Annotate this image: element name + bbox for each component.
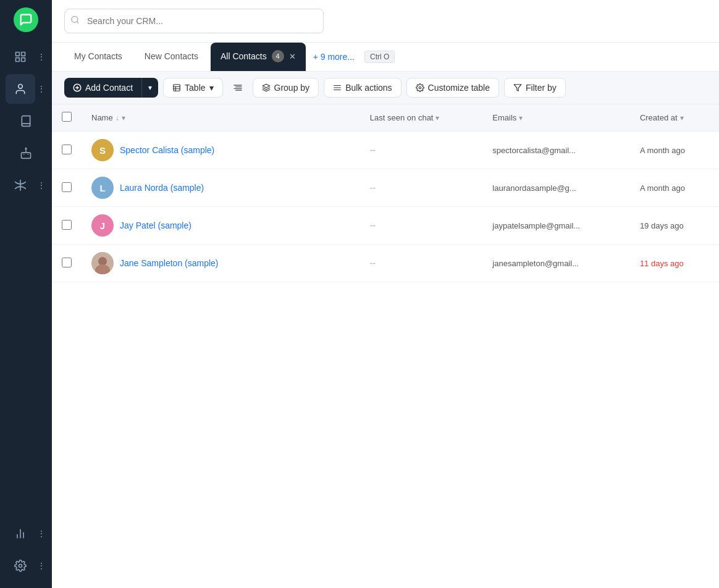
table-view-button[interactable]: Table ▾ — [163, 78, 222, 98]
contact-name[interactable]: Spector Calista (sample) — [120, 145, 214, 155]
add-contact-button-group: Add Contact ▾ — [64, 78, 158, 98]
created-at-value: 19 days ago — [640, 221, 684, 230]
svg-point-11 — [19, 565, 22, 568]
last-seen-value: -- — [370, 183, 376, 193]
created-at-value: A month ago — [640, 146, 685, 155]
more-action-btn[interactable]: ⋮ — [261, 255, 275, 271]
filter-by-button[interactable]: Filter by — [504, 78, 566, 98]
search-wrapper — [64, 9, 324, 33]
sidebar-dots-chart[interactable]: ⋮ — [36, 529, 46, 539]
tab-my-contacts[interactable]: My Contacts — [64, 44, 132, 70]
svg-point-29 — [419, 86, 421, 89]
tab-close-icon[interactable]: ✕ — [289, 52, 296, 61]
sidebar-group-settings: ⋮ — [0, 551, 52, 581]
sidebar-item-megaphone[interactable] — [6, 170, 35, 200]
last-seen-column-header[interactable]: Last seen on chat ▾ — [360, 104, 482, 132]
sort-icon-button[interactable] — [228, 78, 248, 98]
sidebar-item-settings[interactable] — [6, 551, 35, 581]
last-seen-cell: -- — [360, 245, 482, 282]
sidebar-group-bot — [0, 138, 52, 168]
note-action-btn[interactable] — [238, 142, 253, 158]
svg-marker-25 — [263, 84, 270, 88]
email-value: jaypatelsample@gmail... — [492, 221, 580, 230]
sidebar-dots-dashboard[interactable]: ⋮ — [36, 52, 46, 62]
name-sort-icon: ↓ — [116, 114, 119, 122]
sidebar-item-dashboard[interactable] — [6, 42, 35, 72]
contact-name[interactable]: Jay Patel (sample) — [120, 220, 191, 230]
filter-by-label: Filter by — [526, 83, 557, 93]
add-contact-dropdown-button[interactable]: ▾ — [142, 78, 158, 98]
bulk-actions-button[interactable]: Bulk actions — [324, 78, 401, 98]
avatar: L — [91, 177, 114, 199]
task-action-btn[interactable] — [198, 217, 212, 233]
name-cell: S Spector Calista (sample) ⋮ — [82, 132, 360, 169]
customize-table-button[interactable]: Customize table — [406, 78, 499, 98]
search-input[interactable] — [64, 9, 324, 33]
customize-table-label: Customize table — [428, 83, 490, 93]
task-action-btn[interactable] — [225, 255, 239, 271]
sidebar-item-book[interactable] — [11, 106, 41, 136]
bulk-actions-label: Bulk actions — [345, 83, 392, 93]
emails-sort-icon: ▾ — [519, 114, 523, 122]
sidebar-group-chart: ⋮ — [0, 519, 52, 548]
emails-column-header[interactable]: Emails ▾ — [482, 104, 630, 132]
note-action-btn[interactable] — [243, 255, 257, 271]
sidebar-item-contacts[interactable] — [6, 74, 35, 104]
row-checkbox-cell — [52, 207, 82, 245]
contacts-table: Name ↓ ▾ Last seen on chat ▾ Email — [52, 104, 719, 282]
task-action-btn[interactable] — [221, 142, 235, 158]
created-sort-icon: ▾ — [680, 114, 684, 122]
more-action-btn[interactable]: ⋮ — [246, 180, 260, 196]
table-row: L Laura Norda (sample) ⋮ -- lauranordasa… — [52, 169, 719, 207]
last-seen-cell: -- — [360, 207, 482, 245]
created-at-cell: A month ago — [630, 169, 719, 207]
tab-all-contacts-badge: 4 — [272, 50, 284, 62]
row-checkbox[interactable] — [62, 258, 72, 267]
more-action-btn[interactable]: ⋮ — [233, 217, 248, 233]
tab-more[interactable]: + 9 more... — [308, 44, 360, 69]
note-action-btn[interactable] — [228, 180, 242, 196]
sidebar-item-chart[interactable] — [6, 519, 35, 548]
name-cell: J Jay Patel (sample) ⋮ — [82, 207, 360, 245]
name-filter-icon[interactable]: ▾ — [122, 114, 125, 122]
last-seen-value: -- — [370, 145, 376, 155]
email-cell: jaypatelsample@gmail... — [482, 207, 630, 245]
svg-rect-0 — [16, 52, 20, 56]
created-at-cell: 11 days ago — [630, 245, 719, 282]
sidebar: ⋮ ⋮ ⋮ — [0, 0, 52, 588]
contact-name[interactable]: Jane Sampleton (sample) — [120, 258, 219, 268]
last-seen-value: -- — [370, 258, 376, 268]
sidebar-dots-megaphone[interactable]: ⋮ — [36, 180, 46, 190]
select-all-checkbox[interactable] — [62, 112, 72, 122]
svg-rect-3 — [22, 58, 25, 62]
last-seen-cell: -- — [360, 132, 482, 169]
tab-all-contacts[interactable]: All Contacts 4 ✕ — [211, 43, 306, 71]
row-checkbox[interactable] — [62, 182, 72, 192]
row-checkbox-cell — [52, 245, 82, 282]
add-contact-button[interactable]: Add Contact — [64, 78, 141, 98]
row-checkbox[interactable] — [62, 145, 72, 154]
name-column-header[interactable]: Name ↓ ▾ — [82, 104, 360, 132]
sidebar-item-bot[interactable] — [11, 138, 41, 168]
last-seen-cell: -- — [360, 169, 482, 207]
created-at-column-header[interactable]: Created at ▾ — [630, 104, 719, 132]
svg-rect-17 — [174, 85, 180, 91]
note-action-btn[interactable] — [216, 217, 230, 233]
last-seen-sort-icon: ▾ — [435, 114, 439, 122]
table-row: Jane Sampleton (sample) ⋮ -- janesamplet… — [52, 245, 719, 282]
name-cell: L Laura Norda (sample) ⋮ — [82, 169, 360, 207]
sidebar-dots-contacts[interactable]: ⋮ — [36, 84, 46, 94]
more-action-btn[interactable]: ⋮ — [256, 142, 271, 158]
tab-all-contacts-label: All Contacts — [221, 51, 267, 61]
app-logo[interactable] — [14, 7, 38, 32]
sidebar-dots-settings[interactable]: ⋮ — [36, 561, 46, 571]
tab-new-contacts[interactable]: New Contacts — [135, 44, 208, 70]
table-header-row: Name ↓ ▾ Last seen on chat ▾ Email — [52, 104, 719, 132]
group-by-button[interactable]: Group by — [253, 78, 319, 98]
sidebar-group-dashboard: ⋮ — [0, 42, 52, 72]
row-checkbox-cell — [52, 169, 82, 207]
task-action-btn[interactable] — [210, 180, 224, 196]
contact-name[interactable]: Laura Norda (sample) — [120, 183, 204, 193]
row-checkbox[interactable] — [62, 220, 72, 230]
top-bar — [52, 0, 719, 43]
